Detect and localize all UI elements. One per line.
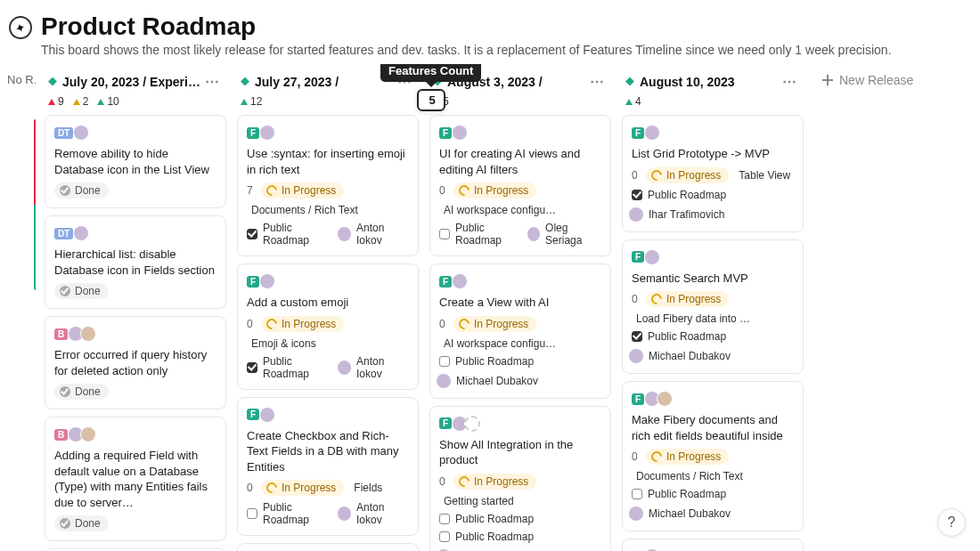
tag: Table View — [734, 169, 790, 182]
type-badge: B — [54, 328, 68, 340]
card[interactable]: F Semantic Search MVP 0 In Progress Load… — [622, 239, 804, 375]
checkbox-icon[interactable] — [632, 331, 642, 342]
new-release-button[interactable]: New Release — [813, 69, 922, 91]
owner: Michael Dubakov — [632, 348, 794, 364]
type-badge: F — [247, 409, 259, 420]
card[interactable]: B Error occurred if query history for de… — [45, 316, 226, 409]
card[interactable]: F UI for creating AI views and editing A… — [429, 115, 611, 256]
plus-icon — [821, 74, 834, 86]
public-roadmap-label: Public Roadmap — [455, 531, 534, 543]
avatar-empty — [464, 416, 480, 432]
tag: Emoji & icons — [247, 337, 316, 350]
column-header[interactable]: August 10, 2023 ⋯ — [620, 69, 805, 93]
vote-count: 0 — [632, 450, 641, 463]
type-badge: F — [247, 276, 259, 288]
release-icon — [48, 77, 57, 86]
page-subtitle: This board shows the most likely release… — [41, 43, 960, 57]
checkbox-icon[interactable] — [247, 229, 257, 239]
checkbox-icon[interactable] — [439, 514, 450, 524]
card-title: Add a custom emoji — [247, 295, 409, 311]
vote-count: 0 — [247, 482, 256, 494]
checkbox-icon[interactable] — [632, 190, 642, 200]
tag: Load Fibery data into LLM, Seman… — [632, 312, 752, 325]
public-roadmap-label: Public Roadmap — [455, 355, 534, 368]
help-button[interactable]: ? — [937, 508, 966, 537]
checkbox-icon[interactable] — [247, 508, 257, 519]
public-roadmap-label: Public Roadmap — [263, 355, 335, 380]
column-title: July 27, 2023 / — [255, 75, 394, 89]
avatar — [73, 125, 89, 141]
check-icon — [60, 286, 70, 296]
triangle-icon — [241, 99, 248, 105]
column-title: August 10, 2023 — [640, 75, 779, 89]
release-icon — [241, 77, 249, 86]
progress-icon — [649, 292, 665, 307]
card[interactable]: F Show All Integration in the product 0 … — [429, 406, 611, 551]
card-title: Adding a required Field with default val… — [54, 448, 216, 510]
checkbox-icon[interactable] — [247, 362, 257, 373]
avatar — [628, 348, 644, 364]
card-title: Make Fibery documents and rich edit fiel… — [632, 412, 794, 443]
card[interactable]: F Create Checkbox and Rich-Text Fields i… — [237, 397, 419, 537]
vote-count: 0 — [439, 184, 448, 197]
progress-icon — [649, 450, 665, 465]
avatar — [452, 273, 468, 289]
card[interactable]: DT Hierarchical list: disable Database i… — [45, 215, 226, 309]
status-pill: In Progress — [261, 182, 344, 199]
type-badge: F — [247, 127, 259, 139]
checkbox-icon[interactable] — [439, 531, 450, 542]
avatar — [436, 373, 452, 389]
card-title: UI for creating AI views and editing AI … — [439, 146, 601, 177]
owner: Michael Dubakov — [632, 506, 794, 522]
column-header[interactable]: July 20, 2023 / Experimental… ⋯ — [43, 69, 228, 93]
checkbox-icon[interactable] — [632, 489, 642, 499]
card[interactable]: F Use :syntax: for inserting emoji in ri… — [237, 115, 419, 256]
card[interactable]: F Columns actions 3 Implemented Table Vi… — [237, 543, 419, 551]
public-roadmap-label: Public Roadmap — [648, 488, 726, 500]
tag: Documents / Rich Text — [247, 204, 358, 216]
avatar — [628, 207, 644, 223]
tag: Documents / Rich Text — [632, 470, 743, 482]
avatar — [644, 125, 660, 141]
triangle-icon — [97, 99, 104, 105]
tag: Getting started — [439, 495, 514, 507]
card[interactable]: DT Remove ability to hide Database icon … — [45, 115, 226, 208]
status-pill: In Progress — [261, 480, 344, 496]
checkbox-icon[interactable] — [439, 356, 450, 367]
type-badge: F — [439, 276, 452, 288]
card[interactable]: F Create a View with AI 0 In Progress AI… — [429, 263, 611, 399]
status-pill: In Progress — [646, 291, 729, 307]
card-title: Error occurred if query history for dele… — [54, 347, 216, 378]
public-roadmap-label: Public Roadmap — [263, 222, 335, 247]
card[interactable]: F Make Fibery documents and rich edit fi… — [622, 381, 804, 531]
public-roadmap-label: Public Roadmap — [455, 222, 525, 247]
owner: Ihar Trafimovich — [632, 207, 794, 223]
card[interactable]: F List Grid Prototype -> MVP 0 In Progre… — [622, 115, 804, 232]
features-count-tooltip: Features Count 5 — [380, 64, 481, 111]
avatar — [337, 360, 352, 376]
avatar — [337, 506, 352, 522]
type-badge: B — [54, 429, 68, 441]
public-roadmap-label: Public Roadmap — [263, 501, 335, 526]
checkbox-icon[interactable] — [439, 229, 450, 239]
card[interactable]: B Adding a required Field with default v… — [45, 417, 226, 541]
type-badge: DT — [54, 127, 73, 139]
status-pill: In Progress — [646, 167, 729, 183]
progress-icon — [265, 316, 280, 331]
avatar — [527, 226, 541, 242]
column-menu-button[interactable]: ⋯ — [779, 73, 800, 90]
card[interactable]: F Find Similar Entities — [622, 539, 804, 551]
progress-icon — [457, 183, 472, 199]
no-release-column[interactable]: No R… — [4, 69, 36, 551]
triangle-icon — [625, 99, 633, 105]
column-menu-button[interactable]: ⋯ — [201, 73, 223, 90]
triangle-icon — [73, 99, 80, 105]
vote-count: 0 — [632, 293, 641, 305]
card-title: Create Checkbox and Rich-Text Fields in … — [247, 428, 409, 475]
card[interactable]: F Add a custom emoji 0 In Progress Emoji… — [237, 263, 419, 390]
card-title: Remove ability to hide Database icon in … — [54, 146, 216, 177]
column-title: July 20, 2023 / Experimental… — [62, 75, 201, 89]
check-icon — [60, 185, 70, 196]
tooltip-count: 5 — [417, 89, 445, 111]
column-menu-button[interactable]: ⋯ — [586, 73, 608, 90]
